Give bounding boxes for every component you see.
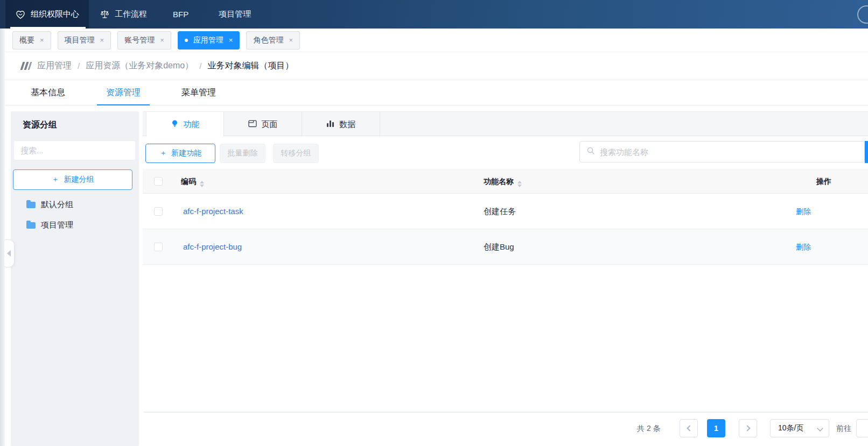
nav-item-label: 组织权限中心 (31, 9, 79, 19)
new-group-button[interactable]: ＋ 新建分组 (13, 169, 132, 190)
column-header-code[interactable]: 编码 (181, 169, 204, 194)
nav-item-label: BFP (173, 10, 188, 19)
plus-icon: ＋ (52, 175, 59, 185)
collapse-arrow-icon (7, 250, 11, 257)
breadcrumb-item-current: 业务对象编辑（项目） (207, 60, 293, 72)
group-item-default[interactable]: 默认分组 (11, 196, 139, 213)
breadcrumb-bars-icon (22, 62, 31, 70)
close-icon[interactable]: × (40, 37, 44, 44)
delete-link[interactable]: 删除 (796, 194, 811, 229)
sidebar-title: 资源分组 (23, 119, 57, 131)
row-checkbox[interactable] (154, 243, 163, 251)
nav-item-project-management[interactable]: 项目管理 (204, 0, 266, 29)
tab-label: 项目管理 (65, 36, 95, 45)
nav-item-workflow[interactable]: 工作流程 (89, 0, 158, 29)
close-icon[interactable]: × (229, 37, 233, 44)
prev-page-button[interactable] (680, 419, 698, 437)
next-page-button[interactable] (739, 419, 757, 437)
sort-icon[interactable] (517, 181, 522, 187)
function-search-box (579, 141, 865, 162)
chevron-left-icon (687, 425, 692, 431)
nav-item-org-permission-center[interactable]: 组织权限中心 (5, 0, 89, 29)
app-window: 组织权限中心 工作流程 BFP 项目管理 概要 × 项目管理 × (0, 0, 868, 446)
breadcrumb: 应用管理 / 应用资源（业务对象demo） / 业务对象编辑（项目） (0, 52, 868, 80)
bulb-icon (171, 119, 179, 129)
top-nav: 组织权限中心 工作流程 BFP 项目管理 (0, 0, 868, 29)
close-icon[interactable]: × (289, 37, 293, 44)
goto-page-input[interactable] (856, 419, 868, 437)
folder-icon (26, 202, 36, 208)
page-icon (248, 119, 257, 129)
new-group-label: 新建分组 (64, 175, 94, 185)
function-name: 创建任务 (484, 194, 516, 229)
batch-delete-button[interactable]: 批量删除 (220, 144, 265, 163)
function-name: 创建Bug (484, 229, 514, 265)
left-edge-strip (0, 29, 5, 446)
tab-menu-management[interactable]: 菜单管理 (172, 80, 225, 105)
delete-link[interactable]: 删除 (796, 229, 811, 265)
folder-icon (26, 222, 36, 229)
group-search-input[interactable] (13, 140, 136, 160)
avatar[interactable] (857, 5, 868, 24)
bar-chart-icon (326, 120, 334, 129)
workspace-tabbar: 概要 × 项目管理 × 账号管理 × 应用管理 × 角色管理 × (0, 29, 868, 52)
sidebar-collapse-handle[interactable] (4, 239, 15, 267)
goto-label: 前往 (836, 419, 851, 437)
search-submit-button-cut[interactable] (865, 141, 868, 163)
breadcrumb-separator: / (78, 61, 80, 70)
table-row: afc-f-project-bug 创建Bug 删除 (143, 229, 868, 265)
main-panel: 功能 页面 数据 ＋ 新建功能 批量删除 转移分组 (143, 111, 868, 446)
tab-basic-info[interactable]: 基本信息 (22, 80, 74, 105)
page-tabs: 基本信息 资源管理 菜单管理 (0, 80, 868, 105)
workspace-tab-project-management[interactable]: 项目管理 × (58, 31, 111, 49)
heart-care-icon (15, 9, 26, 20)
footer-divider (144, 412, 868, 413)
chevron-down-icon (817, 425, 823, 431)
tab-resource-management[interactable]: 资源管理 (97, 80, 150, 105)
page-size-value: 10条/页 (778, 423, 803, 433)
tab-data[interactable]: 数据 (302, 112, 380, 137)
select-all-checkbox[interactable] (154, 177, 163, 186)
tab-label: 角色管理 (253, 36, 283, 45)
search-icon (586, 146, 595, 157)
breadcrumb-item-app-resource[interactable]: 应用资源（业务对象demo） (86, 60, 193, 72)
close-icon[interactable]: × (160, 37, 164, 44)
function-code-link[interactable]: afc-f-project-task (183, 194, 243, 229)
column-header-action: 操作 (816, 169, 831, 194)
breadcrumb-item-app-management[interactable]: 应用管理 (37, 60, 72, 72)
new-function-button[interactable]: ＋ 新建功能 (145, 144, 215, 163)
tab-page[interactable]: 页面 (224, 112, 302, 137)
workspace-tab-overview[interactable]: 概要 × (12, 31, 51, 49)
table-header: 编码 功能名称 操作 (143, 169, 868, 194)
close-icon[interactable]: × (100, 37, 104, 44)
active-dot-icon (185, 39, 188, 42)
nav-item-bfp[interactable]: BFP (158, 0, 204, 29)
tab-function[interactable]: 功能 (146, 112, 224, 137)
tab-label: 概要 (19, 36, 34, 45)
page-size-select[interactable]: 10条/页 (770, 419, 829, 437)
workspace-tab-app-management[interactable]: 应用管理 × (178, 31, 240, 49)
sort-icon[interactable] (200, 181, 204, 187)
resource-group-sidebar: 资源分组 ＋ 新建分组 默认分组 项目管理 (11, 111, 139, 446)
scale-icon (100, 9, 110, 19)
new-function-label: 新建功能 (171, 148, 201, 158)
chevron-right-icon (744, 425, 750, 431)
breadcrumb-separator: / (199, 61, 201, 70)
tab-label: 账号管理 (124, 36, 155, 45)
workspace-tab-role-management[interactable]: 角色管理 × (246, 31, 300, 49)
column-header-name[interactable]: 功能名称 (484, 169, 522, 194)
nav-item-label: 项目管理 (219, 9, 251, 19)
move-group-button[interactable]: 转移分组 (273, 144, 319, 163)
table-row: afc-f-project-task 创建任务 删除 (143, 194, 868, 229)
tab-label: 应用管理 (193, 36, 223, 45)
plus-icon: ＋ (159, 148, 167, 158)
row-checkbox[interactable] (154, 207, 163, 216)
resource-type-tabs: 功能 页面 数据 (143, 111, 868, 136)
nav-item-label: 工作流程 (115, 9, 147, 19)
group-item-project-management[interactable]: 项目管理 (11, 217, 139, 233)
workspace-tab-account-management[interactable]: 账号管理 × (117, 31, 171, 49)
page-number-button[interactable]: 1 (707, 419, 725, 437)
function-search-input[interactable] (600, 147, 864, 157)
function-code-link[interactable]: afc-f-project-bug (183, 229, 242, 265)
pagination-total: 共 2 条 (637, 419, 661, 437)
